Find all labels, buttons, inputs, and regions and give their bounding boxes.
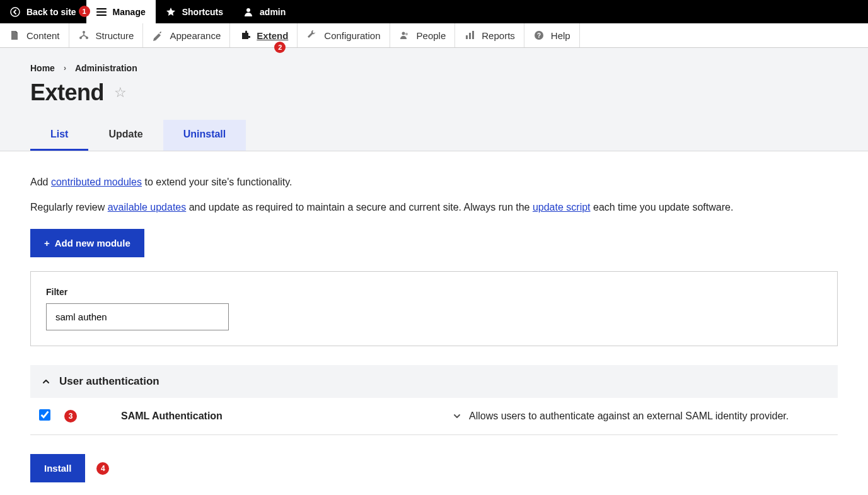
install-button[interactable]: Install xyxy=(30,454,85,482)
top-toolbar: Back to site 1 Manage Shortcuts admin xyxy=(0,0,868,23)
module-name: SAML Authentication xyxy=(88,411,441,422)
tabs: List Update Uninstall xyxy=(0,120,868,151)
tab-uninstall[interactable]: Uninstall xyxy=(163,120,246,151)
module-description: Allows users to authenticate against an … xyxy=(469,411,789,422)
menu-reports-label: Reports xyxy=(482,30,515,41)
filter-label: Filter xyxy=(46,287,822,297)
module-checkbox[interactable] xyxy=(39,409,50,421)
page-header-region: Home › Administration Extend ☆ List Upda… xyxy=(0,48,868,151)
menu-people[interactable]: People xyxy=(390,23,456,47)
plus-icon: + xyxy=(44,238,50,248)
breadcrumb-sep: › xyxy=(64,64,66,73)
svg-point-5 xyxy=(402,32,405,35)
svg-rect-7 xyxy=(466,35,468,39)
appearance-icon xyxy=(152,30,163,41)
menu-appearance[interactable]: Appearance xyxy=(143,23,230,47)
breadcrumb-admin[interactable]: Administration xyxy=(75,63,137,73)
step-badge-3: 3 xyxy=(64,410,77,422)
svg-rect-9 xyxy=(472,31,474,39)
manage-menu[interactable]: Manage xyxy=(86,0,156,23)
menu-people-label: People xyxy=(417,30,446,41)
section-title: User authentication xyxy=(59,375,159,388)
tab-list[interactable]: List xyxy=(30,120,88,151)
filter-box: Filter xyxy=(30,271,838,346)
add-new-module-label: Add new module xyxy=(55,238,130,248)
page-title: Extend xyxy=(30,79,104,106)
content-region: Add contributed modules to extend your s… xyxy=(0,151,868,495)
chevron-down-icon[interactable] xyxy=(453,412,461,421)
user-icon xyxy=(243,7,253,17)
menu-help[interactable]: ? Help xyxy=(524,23,580,47)
install-button-label: Install xyxy=(44,463,71,474)
menu-structure[interactable]: Structure xyxy=(69,23,144,47)
manage-label: Manage xyxy=(113,7,146,17)
back-to-site[interactable]: Back to site 1 xyxy=(0,0,86,23)
people-icon xyxy=(399,30,410,41)
link-update-script[interactable]: update script xyxy=(533,202,591,213)
intro-paragraph-2: Regularly review available updates and u… xyxy=(30,199,838,216)
menu-help-label: Help xyxy=(551,30,570,41)
menu-extend-label: Extend xyxy=(257,30,288,41)
help-icon: ? xyxy=(533,30,545,41)
extend-icon xyxy=(239,30,250,41)
filter-input[interactable] xyxy=(46,303,229,330)
reports-icon xyxy=(464,30,475,41)
breadcrumb-home[interactable]: Home xyxy=(30,63,55,73)
menu-structure-label: Structure xyxy=(96,30,134,41)
svg-point-0 xyxy=(11,8,20,16)
user-label: admin xyxy=(260,7,286,17)
breadcrumb: Home › Administration xyxy=(0,63,868,73)
chevron-up-icon xyxy=(42,377,50,386)
menu-appearance-label: Appearance xyxy=(170,30,221,41)
star-filled-icon xyxy=(166,7,176,17)
module-row: 3 SAML Authentication Allows users to au… xyxy=(30,398,838,435)
hamburger-icon xyxy=(96,7,107,17)
section-header-user-auth[interactable]: User authentication xyxy=(30,365,838,398)
structure-icon xyxy=(78,30,90,41)
wrench-icon xyxy=(306,30,318,41)
svg-point-1 xyxy=(246,8,250,12)
svg-rect-8 xyxy=(469,33,471,39)
menu-content[interactable]: Content xyxy=(0,23,69,47)
content-icon xyxy=(9,30,20,41)
link-available-updates[interactable]: available updates xyxy=(108,202,187,213)
menu-configuration-label: Configuration xyxy=(324,30,380,41)
svg-point-2 xyxy=(83,31,85,33)
step-badge-1: 1 xyxy=(79,6,90,17)
shortcuts-label: Shortcuts xyxy=(182,7,223,17)
user-menu[interactable]: admin xyxy=(233,0,296,23)
menu-extend[interactable]: Extend 2 xyxy=(230,23,298,47)
add-new-module-button[interactable]: + Add new module xyxy=(30,229,144,257)
favorite-star-icon[interactable]: ☆ xyxy=(114,84,127,101)
svg-point-6 xyxy=(405,33,408,35)
link-contributed-modules[interactable]: contributed modules xyxy=(51,177,142,187)
back-to-site-label: Back to site xyxy=(26,7,76,17)
intro-paragraph-1: Add contributed modules to extend your s… xyxy=(30,174,838,190)
shortcuts-menu[interactable]: Shortcuts xyxy=(156,0,233,23)
back-arrow-icon xyxy=(10,7,20,17)
svg-text:?: ? xyxy=(537,32,541,39)
step-badge-4: 4 xyxy=(96,462,109,475)
admin-toolbar: Content Structure Appearance Extend 2 Co… xyxy=(0,23,868,48)
tab-update[interactable]: Update xyxy=(88,120,163,151)
menu-content-label: Content xyxy=(26,30,60,41)
menu-reports[interactable]: Reports xyxy=(455,23,524,47)
menu-configuration[interactable]: Configuration xyxy=(298,23,390,47)
